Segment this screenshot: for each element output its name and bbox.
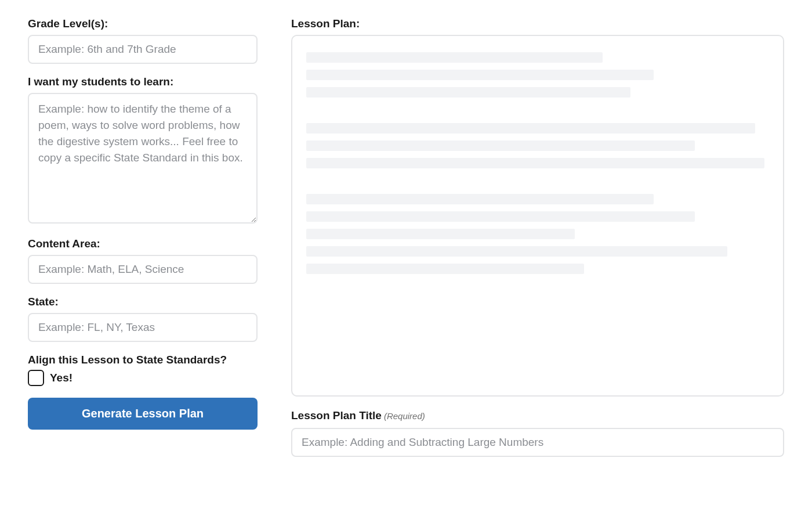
- align-standards-checkbox[interactable]: [28, 370, 44, 386]
- skeleton-line: [306, 211, 695, 222]
- content-area-input[interactable]: [28, 255, 258, 284]
- learn-label: I want my students to learn:: [28, 75, 258, 88]
- state-input[interactable]: [28, 313, 258, 342]
- skeleton-line: [306, 229, 575, 239]
- align-standards-option-label: Yes!: [50, 372, 72, 384]
- skeleton-paragraph: [306, 52, 769, 98]
- generate-lesson-plan-button[interactable]: Generate Lesson Plan: [28, 398, 258, 430]
- skeleton-line: [306, 87, 630, 98]
- skeleton-line: [306, 264, 584, 274]
- skeleton-line: [306, 52, 603, 63]
- content-area-label: Content Area:: [28, 237, 258, 250]
- lesson-plan-heading: Lesson Plan:: [291, 17, 784, 30]
- grade-level-label: Grade Level(s):: [28, 17, 258, 30]
- skeleton-line: [306, 140, 695, 151]
- state-label: State:: [28, 296, 258, 308]
- skeleton-line: [306, 123, 755, 134]
- skeleton-line: [306, 158, 764, 168]
- learn-textarea[interactable]: [28, 93, 258, 224]
- skeleton-line: [306, 70, 654, 80]
- skeleton-line: [306, 194, 654, 204]
- lesson-plan-title-label: Lesson Plan Title: [291, 409, 382, 422]
- lesson-plan-output: [291, 35, 784, 397]
- skeleton-paragraph: [306, 194, 769, 274]
- grade-level-input[interactable]: [28, 35, 258, 64]
- skeleton-line: [306, 246, 727, 257]
- lesson-plan-title-input[interactable]: [291, 428, 784, 457]
- skeleton-paragraph: [306, 123, 769, 168]
- lesson-plan-title-hint: (Required): [384, 411, 425, 421]
- align-standards-label: Align this Lesson to State Standards?: [28, 354, 227, 366]
